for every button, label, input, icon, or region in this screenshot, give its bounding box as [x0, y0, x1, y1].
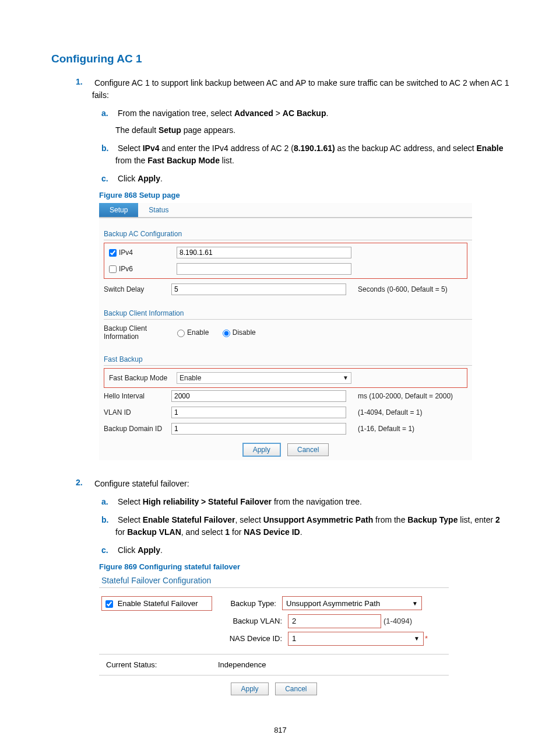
- section-fast-backup: Fast Backup: [104, 355, 472, 366]
- nas-value: 1: [292, 634, 296, 643]
- vlan-input[interactable]: [171, 407, 346, 418]
- ipv6-row: IPv6: [109, 265, 177, 273]
- ipv6-checkbox[interactable]: [109, 265, 117, 273]
- step-1c-text: Click Apply.: [118, 174, 163, 183]
- backup-vlan-value: 2: [292, 617, 296, 625]
- switch-delay-input[interactable]: [171, 284, 346, 295]
- required-star: *: [425, 634, 428, 643]
- vlan-hint: (1-4094, Default = 1): [352, 408, 422, 416]
- section-backup-client: Backup Client Information: [104, 309, 472, 320]
- switch-delay-hint: Seconds (0-600, Default = 5): [352, 285, 448, 293]
- backup-vlan-label: Backup VLAN:: [218, 617, 288, 625]
- step-1a-marker: a.: [101, 108, 115, 118]
- step-1c: c. Click Apply.: [115, 173, 509, 185]
- bci-enable-option[interactable]: Enable: [177, 328, 209, 337]
- chevron-down-icon: ▼: [343, 374, 349, 381]
- step-1-marker: 1.: [76, 77, 92, 86]
- apply-button[interactable]: Apply: [231, 682, 268, 695]
- bdid-hint: (1-16, Default = 1): [352, 425, 414, 433]
- bdid-label: Backup Domain ID: [104, 425, 171, 433]
- section-heading: Configuring AC 1: [51, 52, 509, 65]
- hello-hint: ms (100-2000, Default = 2000): [352, 392, 453, 400]
- page-number: 817: [51, 726, 509, 734]
- tabs: Setup Status: [99, 203, 472, 218]
- cancel-button[interactable]: Cancel: [275, 682, 316, 695]
- step-1a-text: From the navigation tree, select Advance…: [118, 108, 328, 118]
- step-1-intro: Configure AC 1 to support link backup be…: [92, 78, 509, 100]
- step-1b: b. Select IPv4 and enter the IPv4 addres…: [115, 142, 509, 167]
- fbm-select[interactable]: Enable ▼: [177, 372, 351, 384]
- chevron-down-icon: ▼: [412, 600, 418, 607]
- tab-status[interactable]: Status: [138, 203, 179, 217]
- switch-delay-label: Switch Delay: [104, 285, 171, 293]
- bci-label: Backup Client Information: [104, 324, 171, 341]
- ipv4-input[interactable]: [177, 247, 351, 258]
- bci-disable-option[interactable]: Disable: [223, 328, 256, 337]
- sfc-title: Stateful Failover Configuration: [101, 576, 449, 585]
- esf-label: Enable Stateful Failover: [118, 599, 198, 608]
- step-2c-marker: c.: [101, 545, 115, 555]
- ipv4-checkbox[interactable]: [109, 249, 117, 257]
- step-1b-marker: b.: [101, 144, 115, 153]
- ipv6-label: IPv6: [119, 265, 133, 273]
- step-2b-text: Select Enable Stateful Failover, select …: [115, 515, 500, 537]
- figure-869-caption: Figure 869 Configuring stateful failover: [99, 562, 509, 571]
- backup-type-value: Unsupport Asymmetric Path: [286, 599, 380, 608]
- current-status-label: Current Status:: [101, 660, 218, 669]
- backup-type-select[interactable]: Unsupport Asymmetric Path ▼: [282, 596, 422, 610]
- step-2-intro: Configure stateful failover:: [94, 479, 189, 488]
- current-status-value: Independence: [218, 660, 266, 669]
- backup-vlan-hint: (1-4094): [383, 617, 412, 625]
- step-1c-marker: c.: [101, 174, 115, 183]
- step-2-marker: 2.: [76, 478, 92, 487]
- nas-select[interactable]: 1 ▼: [288, 632, 424, 646]
- step-1: 1. Configure AC 1 to support link backup…: [92, 77, 509, 460]
- backup-vlan-input[interactable]: 2: [288, 614, 381, 628]
- step-2b: b. Select Enable Stateful Failover, sele…: [115, 514, 509, 538]
- step-2c: c. Click Apply.: [115, 544, 509, 556]
- step-2a-marker: a.: [101, 497, 115, 506]
- nas-label: NAS Device ID:: [218, 634, 288, 643]
- step-1b-text: Select IPv4 and enter the IPv4 address o…: [115, 144, 503, 165]
- figure-868-caption: Figure 868 Setup page: [99, 191, 509, 200]
- figure-869: Stateful Failover Configuration Enable S…: [99, 576, 449, 702]
- chevron-down-icon: ▼: [414, 635, 420, 642]
- step-2a: a. Select High reliability > Stateful Fa…: [115, 496, 509, 508]
- bdid-input[interactable]: [171, 423, 346, 435]
- backup-type-label: Backup Type:: [212, 599, 282, 608]
- fbm-value: Enable: [180, 374, 201, 382]
- step-2: 2. Configure stateful failover: a. Selec…: [92, 478, 509, 702]
- tab-setup[interactable]: Setup: [99, 203, 138, 217]
- ipv4-row: IPv4: [109, 249, 177, 257]
- esf-option[interactable]: Enable Stateful Failover: [101, 596, 212, 611]
- section-backup-ac: Backup AC Configuration: [104, 230, 472, 240]
- bci-enable-radio[interactable]: [177, 330, 185, 337]
- step-1a-after: The default Setup page appears.: [115, 124, 509, 136]
- step-2b-marker: b.: [101, 515, 115, 524]
- figure-868: Setup Status Backup AC Configuration IPv…: [99, 203, 472, 460]
- vlan-label: VLAN ID: [104, 408, 171, 416]
- ipv4-label: IPv4: [119, 249, 133, 257]
- step-2a-text: Select High reliability > Stateful Failo…: [118, 497, 362, 506]
- hello-label: Hello Interval: [104, 392, 171, 400]
- step-2c-text: Click Apply.: [118, 545, 163, 555]
- esf-checkbox[interactable]: [105, 600, 113, 608]
- ipv6-input[interactable]: [177, 263, 351, 275]
- cancel-button[interactable]: Cancel: [287, 443, 329, 456]
- apply-button[interactable]: Apply: [242, 443, 281, 457]
- fbm-label: Fast Backup Mode: [109, 374, 177, 382]
- bci-disable-radio[interactable]: [223, 330, 230, 337]
- hello-input[interactable]: [171, 390, 346, 402]
- step-1a: a. From the navigation tree, select Adva…: [115, 107, 509, 136]
